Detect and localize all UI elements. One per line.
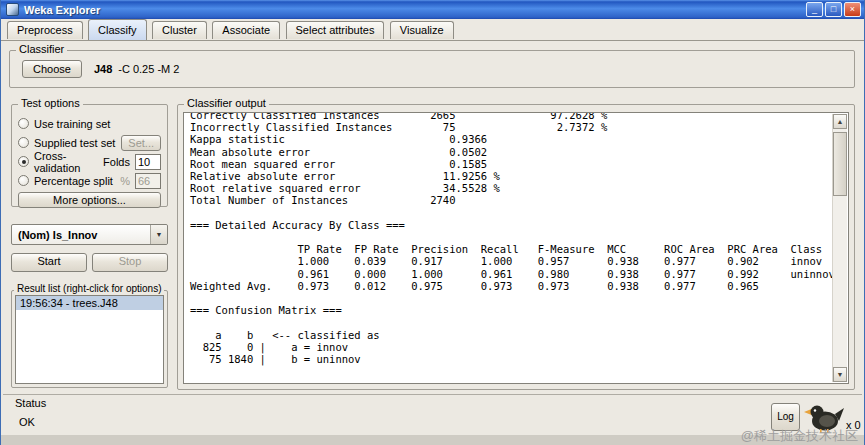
radio-label: Cross-validation <box>34 150 98 174</box>
radio-label: Supplied test set <box>34 137 115 149</box>
minimize-icon[interactable]: _ <box>806 2 823 17</box>
classifier-section: Classifier Choose J48-C 0.25 -M 2 <box>9 50 855 88</box>
class-attribute-dropdown[interactable]: (Nom) Is_Innov ▼ <box>11 224 168 245</box>
folds-label: Folds <box>103 156 130 168</box>
radio-icon-selected <box>18 156 29 167</box>
radio-label: Percentage split <box>34 175 113 187</box>
result-list-title: Result list (right-click for options) <box>14 283 164 294</box>
classifier-scheme: J48-C 0.25 -M 2 <box>94 63 180 75</box>
tab-visualize[interactable]: Visualize <box>390 21 454 39</box>
class-attribute-value: (Nom) Is_Innov <box>18 229 97 241</box>
result-list[interactable]: 19:56:34 - trees.J48 <box>15 295 164 384</box>
test-options-title: Test options <box>18 97 83 109</box>
classifier-output-section: Classifier output Correctly Classified I… <box>177 104 855 390</box>
tab-classify[interactable]: Classify <box>88 19 147 40</box>
classifier-output-text: Correctly Classified Instances 2665 97.2… <box>190 112 835 365</box>
status-divider <box>3 394 862 395</box>
weka-explorer-window: Weka Explorer _ □ × Preprocess Classify … <box>0 0 865 445</box>
percent-label: % <box>120 175 130 187</box>
radio-use-training-set[interactable]: Use training set <box>18 114 161 133</box>
scrollbar-thumb[interactable] <box>833 132 847 196</box>
result-list-item[interactable]: 19:56:34 - trees.J48 <box>16 296 163 310</box>
classifier-section-title: Classifier <box>16 43 67 55</box>
radio-percentage-split[interactable]: Percentage split % <box>18 171 161 190</box>
tab-bar: Preprocess Classify Cluster Associate Se… <box>1 19 864 41</box>
window-title: Weka Explorer <box>24 4 804 16</box>
stop-button: Stop <box>92 253 168 272</box>
scroll-down-icon[interactable]: ▼ <box>833 367 847 382</box>
radio-icon <box>18 137 29 148</box>
tab-preprocess[interactable]: Preprocess <box>7 21 83 39</box>
status-text: OK <box>19 416 35 428</box>
classifier-scheme-params: -C 0.25 -M 2 <box>118 63 179 75</box>
more-options-button[interactable]: More options... <box>18 192 161 208</box>
classifier-scheme-name: J48 <box>94 63 112 75</box>
scroll-up-icon[interactable]: ▲ <box>833 114 847 129</box>
chevron-down-icon[interactable]: ▼ <box>150 225 167 244</box>
status-section-title: Status <box>15 397 46 409</box>
watermark-text: @稀土掘金技术社区 <box>741 427 858 445</box>
classifier-output-title: Classifier output <box>184 97 269 109</box>
maximize-icon[interactable]: □ <box>825 2 842 17</box>
radio-label: Use training set <box>34 118 110 130</box>
classifier-output-area[interactable]: Correctly Classified Instances 2665 97.2… <box>183 112 849 384</box>
close-icon[interactable]: × <box>844 2 861 17</box>
title-bar[interactable]: Weka Explorer _ □ × <box>1 0 864 19</box>
start-button[interactable]: Start <box>11 253 87 272</box>
tab-select-attributes[interactable]: Select attributes <box>286 21 385 39</box>
percent-input <box>135 173 161 189</box>
radio-icon <box>18 175 29 186</box>
test-options-section: Test options Use training set Supplied t… <box>11 104 168 207</box>
vertical-scrollbar[interactable]: ▲ ▼ <box>832 114 847 382</box>
radio-icon <box>18 118 29 129</box>
set-button: Set... <box>121 135 161 151</box>
weka-app-icon <box>6 3 19 16</box>
radio-cross-validation[interactable]: Cross-validation Folds <box>18 152 161 171</box>
result-list-section: Result list (right-click for options) 19… <box>11 290 168 388</box>
tab-associate[interactable]: Associate <box>212 21 280 39</box>
choose-button[interactable]: Choose <box>22 60 82 78</box>
folds-input[interactable] <box>135 154 161 170</box>
bottom-strip <box>1 435 864 445</box>
tab-cluster[interactable]: Cluster <box>152 21 207 39</box>
